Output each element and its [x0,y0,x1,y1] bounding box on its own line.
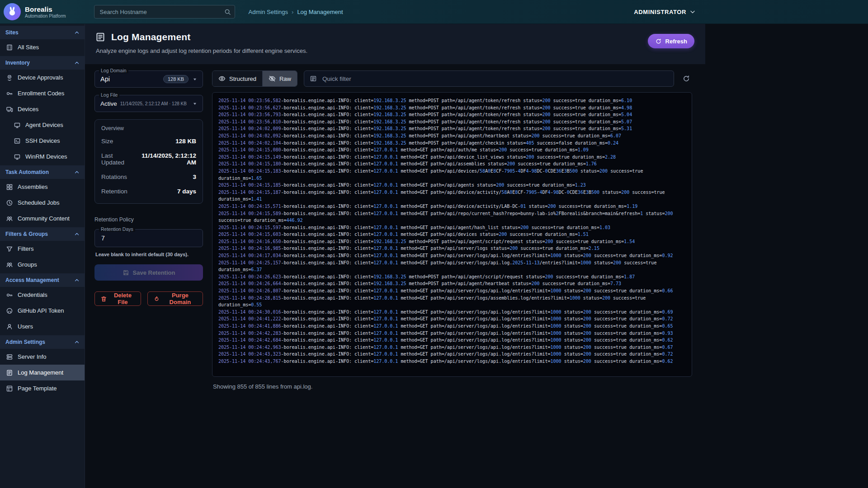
content: Log Domain Api 128 KB Log File Active 11… [85,64,705,488]
sidebar-item-groups[interactable]: Groups [0,257,85,272]
log-footer: Showing 855 of 855 lines from api.log. [213,383,692,390]
overview-title: Overview [101,125,196,131]
refresh-label: Refresh [665,38,687,45]
sidebar-item-community-content[interactable]: Community Content [0,211,85,226]
log-line: 2025-11-14 00:24:15,187-borealis.engine.… [218,189,681,203]
search-input[interactable] [99,8,224,16]
document-icon [310,75,317,82]
sidebar-section-header-admin-settings[interactable]: Admin Settings [0,335,85,349]
github-icon [6,307,13,314]
refresh-button[interactable]: Refresh [648,34,694,48]
chevron-up-icon [74,29,80,36]
log-file-meta: 11/14/2025, 2:12:12 AM · 128 KB [120,101,189,106]
log-file-label: Log File [99,92,119,98]
log-line: 2025-11-14 00:24:16,985-borealis.engine.… [218,245,681,252]
key-icon [6,291,13,299]
app-shell: SitesAll SitesInventoryDevice ApprovalsE… [0,24,868,488]
sidebar-item-ssh-devices[interactable]: SSH Devices [0,133,85,149]
monitor-icon [14,153,21,160]
log-line: 2025-11-14 00:24:41,886-borealis.engine.… [218,323,681,330]
sidebar-section-header-sites[interactable]: Sites [0,26,85,39]
sidebar: SitesAll SitesInventoryDevice ApprovalsE… [0,24,85,488]
quick-filter-input[interactable] [321,75,668,83]
save-retention-label: Save Retention [133,269,175,276]
log-line: 2025-11-14 00:23:56,793-borealis.engine.… [218,111,681,118]
sidebar-section-header-access-management[interactable]: Access Management [0,273,85,287]
log-line: 2025-11-14 00:24:15,589-borealis.engine.… [218,210,681,224]
sidebar-section-header-task-automation[interactable]: Task Automation [0,165,85,179]
log-management-icon [95,32,106,42]
borealis-logo [4,3,21,20]
sidebar-item-server-info[interactable]: Server Info [0,349,85,365]
grid-icon [6,183,13,191]
trash-icon [100,296,107,302]
eye-off-icon [269,75,276,82]
administrator-menu[interactable]: ADMINISTRATOR [631,8,699,16]
log-line: 2025-11-14 00:23:56,627-borealis.engine.… [218,104,681,112]
hostname-search[interactable] [94,5,235,19]
page-header: Log Management Analyze engine logs and a… [85,24,705,64]
raw-view-toggle[interactable]: Raw [262,71,297,86]
sidebar-item-credentials[interactable]: Credentials [0,287,85,303]
approval-icon [6,74,13,81]
log-line: 2025-11-14 00:24:28,815-borealis.engine.… [218,295,681,309]
log-domain-size-badge: 128 KB [163,75,189,83]
sidebar-item-all-sites[interactable]: All Sites [0,39,85,55]
sidebar-item-scheduled-jobs[interactable]: Scheduled Jobs [0,195,85,211]
quick-filter[interactable] [304,70,674,87]
sidebar-item-devices[interactable]: Devices [0,101,85,117]
sidebar-item-users[interactable]: Users [0,319,85,334]
sidebar-item-enrollment-codes[interactable]: Enrollment Codes [0,85,85,101]
log-line: 2025-11-14 00:24:25,157-borealis.engine.… [218,259,681,273]
purge-domain-button[interactable]: Purge Domain [147,291,203,306]
sidebar-item-log-management[interactable]: Log Management [0,365,85,380]
overview-row-rotations: Rotations3 [101,174,196,180]
log-file-select[interactable]: Log File Active 11/14/2025, 2:12:12 AM ·… [94,95,203,112]
log-line: 2025-11-14 00:24:15,180-borealis.engine.… [218,160,681,168]
retention-days-field[interactable]: Retention Days [94,229,203,247]
sidebar-item-winrm-devices[interactable]: WinRM Devices [0,149,85,164]
retention-days-input[interactable] [100,234,198,242]
terminal-icon [14,137,21,145]
sidebar-item-page-template[interactable]: Page Template [0,380,85,396]
sidebar-item-github-api-token[interactable]: GitHub API Token [0,303,85,319]
refresh-icon [682,75,690,83]
sidebar-item-assemblies[interactable]: Assemblies [0,179,85,195]
log-domain-select[interactable]: Log Domain Api 128 KB [94,70,203,88]
template-icon [6,385,13,392]
filter-icon [6,245,13,253]
eye-icon [218,75,226,82]
delete-file-button[interactable]: Delete File [94,291,141,306]
apartment-icon [6,44,13,51]
sidebar-item-device-approvals[interactable]: Device Approvals [0,70,85,85]
log-line: 2025-11-14 00:24:42,283-borealis.engine.… [218,330,681,337]
log-line: 2025-11-14 00:24:41,222-borealis.engine.… [218,315,681,323]
sidebar-section-header-inventory[interactable]: Inventory [0,56,85,70]
breadcrumb-separator: › [292,9,293,15]
search-icon [224,9,231,15]
log-line: 2025-11-14 00:24:15,185-borealis.engine.… [218,182,681,189]
sidebar-section-access-management: Access ManagementCredentialsGitHub API T… [0,273,85,334]
chevron-up-icon [74,277,80,283]
structured-view-toggle[interactable]: Structured [212,71,262,86]
brand: Borealis Automation Platform [25,5,66,19]
log-line: 2025-11-14 00:24:26,664-borealis.engine.… [218,280,681,287]
log-refresh-button[interactable] [680,73,692,84]
danger-actions: Delete File Purge Domain [94,291,203,306]
view-toggle-group: Structured Raw [212,70,297,87]
save-retention-button[interactable]: Save Retention [94,264,203,281]
monitor-icon [14,122,21,129]
log-viewer[interactable]: 2025-11-14 00:23:56,582-borealis.engine.… [212,92,692,377]
caret-down-icon [192,100,198,107]
log-icon [6,369,13,376]
breadcrumb-log-management[interactable]: Log Management [297,9,343,15]
sidebar-item-agent-devices[interactable]: Agent Devices [0,117,85,133]
structured-label: Structured [229,75,256,82]
overview-rows: Size128 KBLast Updated11/14/2025, 2:12:1… [101,138,196,195]
breadcrumb-admin-settings[interactable]: Admin Settings [249,9,288,15]
people-icon [6,215,13,222]
sidebar-item-filters[interactable]: Filters [0,241,85,257]
sidebar-section-header-filters-groups[interactable]: Filters & Groups [0,227,85,241]
raw-label: Raw [279,75,291,82]
overview-row-size: Size128 KB [101,138,196,145]
